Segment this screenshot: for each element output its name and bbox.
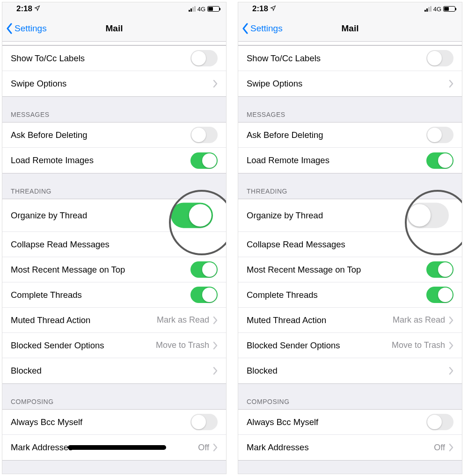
row-muted-thread-action[interactable]: Muted Thread Action Mark as Read bbox=[238, 308, 462, 333]
row-blocked-sender-options[interactable]: Blocked Sender Options Move to Trash bbox=[2, 333, 226, 358]
toggle-most-recent-on-top[interactable] bbox=[426, 261, 453, 278]
toggle-most-recent-on-top[interactable] bbox=[190, 261, 218, 278]
settings-scroll[interactable]: Show To/Cc Labels Swipe Options MESSAGES… bbox=[2, 42, 226, 474]
row-swipe-options[interactable]: Swipe Options bbox=[2, 71, 226, 96]
section-header-composing: COMPOSING bbox=[2, 384, 226, 409]
row-organize-by-thread[interactable]: Organize by Thread bbox=[2, 199, 226, 232]
row-ask-before-deleting[interactable]: Ask Before Deleting bbox=[2, 123, 226, 148]
chevron-right-icon bbox=[449, 443, 453, 452]
row-organize-by-thread[interactable]: Organize by Thread bbox=[238, 199, 462, 232]
row-detail: Move to Trash bbox=[392, 340, 445, 350]
row-label: Mark Addresses bbox=[11, 442, 73, 453]
status-time: 2:18 bbox=[252, 4, 268, 14]
row-detail: Mark as Read bbox=[393, 315, 445, 325]
chevron-right-icon bbox=[213, 367, 218, 375]
chevron-right-icon bbox=[213, 341, 218, 350]
toggle-organize-by-thread[interactable] bbox=[407, 202, 449, 228]
back-button[interactable]: Settings bbox=[2, 23, 47, 34]
status-time: 2:18 bbox=[16, 4, 32, 14]
page-title: Mail bbox=[342, 23, 359, 34]
chevron-right-icon bbox=[449, 316, 453, 325]
row-detail: Off bbox=[434, 443, 445, 453]
toggle-complete-threads[interactable] bbox=[190, 287, 218, 303]
row-label: Always Bcc Myself bbox=[11, 417, 82, 427]
toggle-load-remote-images[interactable] bbox=[190, 152, 218, 169]
section-header-threading: THREADING bbox=[2, 173, 226, 199]
row-label: Complete Threads bbox=[11, 290, 82, 300]
row-blocked[interactable]: Blocked bbox=[2, 358, 226, 383]
row-always-bcc-myself[interactable]: Always Bcc Myself bbox=[238, 410, 462, 435]
battery-icon bbox=[443, 6, 455, 12]
back-button[interactable]: Settings bbox=[238, 23, 283, 34]
redaction-bar bbox=[68, 445, 166, 450]
toggle-complete-threads[interactable] bbox=[426, 287, 453, 303]
row-most-recent-on-top[interactable]: Most Recent Message on Top bbox=[2, 257, 226, 282]
row-label: Ask Before Deleting bbox=[11, 130, 88, 140]
toggle-organize-by-thread[interactable] bbox=[171, 202, 213, 228]
row-label: Show To/Cc Labels bbox=[11, 53, 85, 64]
chevron-right-icon bbox=[449, 341, 453, 350]
section-header-threading: THREADING bbox=[238, 173, 462, 199]
row-complete-threads[interactable]: Complete Threads bbox=[238, 282, 462, 308]
row-show-to-cc[interactable]: Show To/Cc Labels bbox=[2, 46, 226, 71]
row-always-bcc-myself[interactable]: Always Bcc Myself bbox=[2, 410, 226, 435]
toggle-always-bcc-myself[interactable] bbox=[190, 414, 218, 430]
row-blocked[interactable]: Blocked bbox=[238, 358, 462, 383]
section-header-messages: MESSAGES bbox=[238, 97, 462, 122]
row-label: Swipe Options bbox=[247, 79, 302, 89]
row-label: Blocked Sender Options bbox=[247, 340, 340, 351]
phone-screenshot-left: 2:18 4G Settings Mail Show To/Cc Labels … bbox=[2, 2, 227, 474]
toggle-load-remote-images[interactable] bbox=[426, 152, 453, 169]
row-label: Most Recent Message on Top bbox=[11, 265, 125, 275]
row-mark-addresses[interactable]: Mark Addresses Off bbox=[238, 435, 462, 460]
back-label: Settings bbox=[15, 23, 47, 34]
row-complete-threads[interactable]: Complete Threads bbox=[2, 282, 226, 308]
phone-screenshot-right: 2:18 4G Settings Mail Show To/Cc Labels … bbox=[238, 2, 462, 474]
row-label: Most Recent Message on Top bbox=[247, 265, 361, 275]
network-label: 4G bbox=[197, 6, 205, 13]
row-detail: Mark as Read bbox=[157, 315, 209, 325]
chevron-right-icon bbox=[213, 316, 218, 325]
row-swipe-options[interactable]: Swipe Options bbox=[238, 71, 462, 96]
row-label: Blocked bbox=[247, 366, 278, 376]
row-muted-thread-action[interactable]: Muted Thread Action Mark as Read bbox=[2, 308, 226, 333]
row-collapse-read-messages[interactable]: Collapse Read Messages bbox=[2, 232, 226, 257]
chevron-right-icon bbox=[213, 443, 218, 452]
row-label: Mark Addresses bbox=[247, 442, 309, 453]
row-label: Collapse Read Messages bbox=[11, 239, 110, 250]
row-label: Swipe Options bbox=[11, 79, 66, 89]
row-collapse-read-messages[interactable]: Collapse Read Messages bbox=[238, 232, 462, 257]
section-header-messages: MESSAGES bbox=[2, 97, 226, 122]
back-label: Settings bbox=[250, 23, 283, 34]
row-label: Show To/Cc Labels bbox=[247, 53, 321, 64]
row-mark-addresses[interactable]: Mark Addresses Off bbox=[2, 435, 226, 460]
signal-icon bbox=[424, 6, 431, 12]
row-load-remote-images[interactable]: Load Remote Images bbox=[2, 148, 226, 173]
row-blocked-sender-options[interactable]: Blocked Sender Options Move to Trash bbox=[238, 333, 462, 358]
row-ask-before-deleting[interactable]: Ask Before Deleting bbox=[238, 123, 462, 148]
row-most-recent-on-top[interactable]: Most Recent Message on Top bbox=[238, 257, 462, 282]
status-bar: 2:18 4G bbox=[238, 2, 462, 15]
row-label: Muted Thread Action bbox=[247, 315, 326, 325]
nav-bar: Settings Mail bbox=[2, 15, 226, 42]
row-detail: Off bbox=[198, 443, 209, 453]
settings-scroll[interactable]: Show To/Cc Labels Swipe Options MESSAGES… bbox=[238, 42, 462, 474]
row-show-to-cc[interactable]: Show To/Cc Labels bbox=[238, 46, 462, 71]
location-icon bbox=[34, 5, 40, 13]
toggle-ask-before-deleting[interactable] bbox=[190, 127, 218, 143]
chevron-right-icon bbox=[213, 79, 218, 88]
row-label: Always Bcc Myself bbox=[247, 417, 318, 427]
section-header-composing: COMPOSING bbox=[238, 384, 462, 409]
row-label: Collapse Read Messages bbox=[247, 239, 345, 250]
toggle-show-to-cc[interactable] bbox=[426, 50, 453, 66]
toggle-always-bcc-myself[interactable] bbox=[426, 414, 453, 430]
chevron-right-icon bbox=[449, 79, 453, 88]
row-label: Load Remote Images bbox=[247, 155, 329, 166]
row-label: Load Remote Images bbox=[11, 155, 94, 166]
toggle-show-to-cc[interactable] bbox=[190, 50, 218, 66]
row-load-remote-images[interactable]: Load Remote Images bbox=[238, 148, 462, 173]
nav-bar: Settings Mail bbox=[238, 15, 462, 42]
row-label: Blocked bbox=[11, 366, 42, 376]
toggle-ask-before-deleting[interactable] bbox=[426, 127, 453, 143]
page-title: Mail bbox=[106, 23, 123, 34]
